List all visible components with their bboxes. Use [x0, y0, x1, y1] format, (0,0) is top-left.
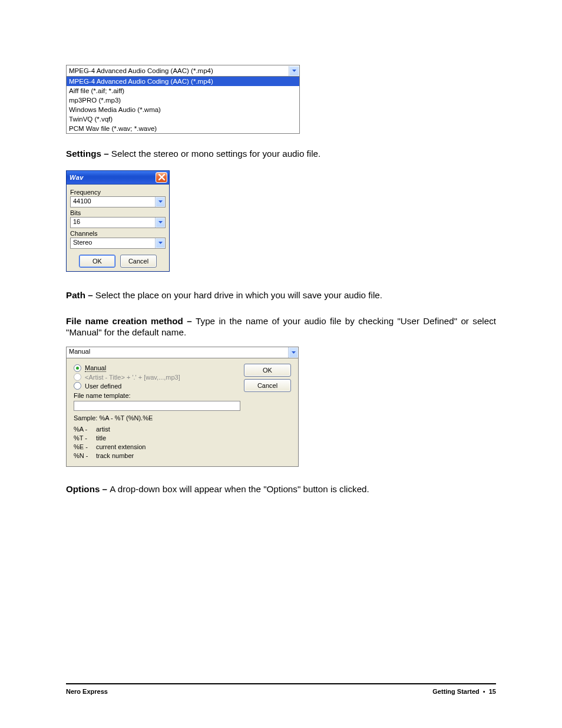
frequency-label: Frequency	[70, 189, 166, 196]
radio-userdefined[interactable]: User defined	[74, 382, 240, 390]
filename-method-value: Manual	[67, 347, 288, 358]
wav-titlebar: Wav	[67, 171, 169, 185]
page-footer: Nero Express Getting Started • 15	[66, 683, 496, 695]
close-icon[interactable]	[156, 172, 167, 183]
ok-button[interactable]: OK	[244, 364, 291, 377]
settings-paragraph: Settings – Select the stereo or mono set…	[66, 148, 496, 160]
chevron-down-icon[interactable]	[289, 66, 299, 76]
format-option[interactable]: MPEG-4 Advanced Audio Coding (AAC) (*.mp…	[67, 77, 299, 86]
path-paragraph: Path – Select the place on your hard dri…	[66, 289, 496, 301]
format-option[interactable]: Windows Media Audio (*.wma)	[67, 105, 299, 114]
cancel-button[interactable]: Cancel	[244, 379, 291, 392]
template-label: File name template:	[74, 392, 240, 399]
format-option[interactable]: PCM Wav file (*.wav; *.wave)	[67, 124, 299, 133]
legend-val: title	[96, 434, 106, 443]
ok-button[interactable]: OK	[79, 255, 115, 268]
legend-key: %T -	[74, 434, 96, 443]
legend-key: %N -	[74, 452, 96, 460]
template-input[interactable]	[74, 401, 240, 411]
legend-val: artist	[96, 425, 110, 434]
format-option[interactable]: TwinVQ (*.vqf)	[67, 114, 299, 124]
options-paragraph: Options – A drop-down box will appear wh…	[66, 483, 496, 495]
frequency-value: 44100	[71, 197, 155, 207]
cancel-button[interactable]: Cancel	[120, 255, 157, 268]
format-dropdown[interactable]: MPEG-4 Advanced Audio Coding (AAC) (*.mp…	[66, 65, 300, 134]
bullet-icon: •	[483, 688, 485, 695]
radio-manual-label: Manual	[85, 364, 106, 372]
radio-icon	[74, 364, 81, 372]
filename-label: File name creation method –	[66, 316, 196, 326]
radio-manual[interactable]: Manual	[74, 364, 240, 372]
radio-pattern-label: <Artist - Title> + '.' + [wav,...,mp3]	[85, 374, 180, 381]
wav-button-row: OK Cancel	[70, 255, 166, 268]
filename-body-right: OK Cancel	[244, 363, 292, 460]
filename-paragraph: File name creation method – Type in the …	[66, 315, 496, 339]
radio-icon	[74, 382, 81, 390]
document-page: MPEG-4 Advanced Audio Coding (AAC) (*.mp…	[0, 0, 562, 728]
footer-page-number: 15	[489, 688, 496, 695]
format-option[interactable]: mp3PRO (*.mp3)	[67, 95, 299, 105]
footer-right: Getting Started • 15	[432, 688, 496, 695]
chevron-down-icon[interactable]	[155, 197, 165, 207]
legend-val: track number	[96, 452, 134, 460]
path-label: Path –	[66, 290, 95, 300]
wav-settings-dialog: Wav Frequency 44100 Bits 16 Channels Ste…	[66, 170, 170, 272]
legend-key: %E -	[74, 443, 96, 452]
format-option[interactable]: Aiff file (*.aif; *.aiff)	[67, 86, 299, 95]
radio-icon	[74, 373, 81, 381]
channels-select[interactable]: Stereo	[70, 238, 166, 249]
wav-title-text: Wav	[70, 174, 84, 181]
settings-label: Settings –	[66, 149, 111, 159]
channels-label: Channels	[70, 230, 166, 237]
chevron-down-icon[interactable]	[155, 218, 165, 228]
format-dropdown-list[interactable]: MPEG-4 Advanced Audio Coding (AAC) (*.mp…	[67, 76, 299, 133]
chevron-down-icon[interactable]	[155, 238, 165, 248]
wav-body: Frequency 44100 Bits 16 Channels Stereo …	[67, 185, 169, 271]
sample-text: Sample: %A - %T (%N).%E	[74, 414, 240, 421]
legend-table: %A - artist %T - title %E - current exte…	[74, 425, 240, 460]
format-dropdown-field[interactable]: MPEG-4 Advanced Audio Coding (AAC) (*.mp…	[67, 65, 299, 76]
options-text: A drop-down box will appear when the "Op…	[110, 484, 369, 494]
legend-val: current extension	[96, 443, 146, 452]
footer-section: Getting Started	[432, 688, 479, 695]
filename-body-left: Manual <Artist - Title> + '.' + [wav,...…	[74, 363, 244, 460]
filename-method-select[interactable]: Manual	[66, 347, 299, 358]
chevron-down-icon[interactable]	[288, 347, 298, 358]
legend-row: %A - artist	[74, 425, 240, 434]
filename-method-panel: Manual Manual <Artist - Title> + '.' + […	[66, 347, 299, 467]
path-text: Select the place on your hard drive in w…	[95, 290, 382, 300]
bits-label: Bits	[70, 209, 166, 216]
footer-left: Nero Express	[66, 688, 108, 695]
format-dropdown-selected: MPEG-4 Advanced Audio Coding (AAC) (*.mp…	[67, 67, 216, 74]
legend-row: %E - current extension	[74, 443, 240, 452]
bits-select[interactable]: 16	[70, 217, 166, 228]
radio-userdefined-label: User defined	[85, 383, 121, 390]
filename-method-body: Manual <Artist - Title> + '.' + [wav,...…	[66, 358, 299, 467]
legend-row: %T - title	[74, 434, 240, 443]
legend-key: %A -	[74, 425, 96, 434]
channels-value: Stereo	[71, 238, 155, 248]
radio-pattern: <Artist - Title> + '.' + [wav,...,mp3]	[74, 373, 240, 381]
options-label: Options –	[66, 484, 110, 494]
legend-row: %N - track number	[74, 452, 240, 460]
settings-text: Select the stereo or mono settings for y…	[111, 149, 320, 159]
bits-value: 16	[71, 218, 155, 228]
frequency-select[interactable]: 44100	[70, 196, 166, 207]
